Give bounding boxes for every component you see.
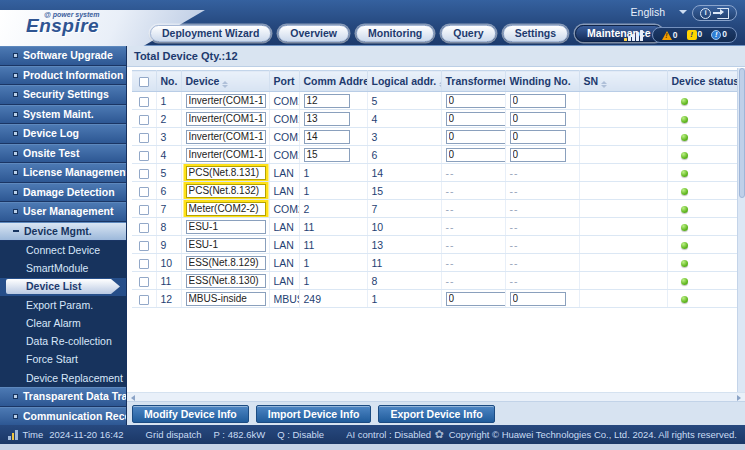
major-alarms[interactable]: 0 (687, 30, 703, 40)
sidebar-item-device-mgmt[interactable]: Device Mgmt. (0, 222, 126, 242)
row-checkbox[interactable] (139, 259, 149, 269)
sidebar-item-user-management[interactable]: User Management (0, 202, 126, 222)
scroll-right-icon[interactable] (737, 395, 741, 401)
sidebar-item-data-re-collection[interactable]: Data Re-collection (0, 332, 126, 350)
expand-icon (13, 414, 18, 419)
horizontal-scrollbar[interactable] (127, 392, 745, 401)
sidebar-item-system-maint[interactable]: System Maint. (0, 105, 126, 125)
row-checkbox[interactable] (139, 223, 149, 233)
row-checkbox[interactable] (139, 187, 149, 197)
sidebar-item-device-log[interactable]: Device Log (0, 124, 126, 144)
logout-icon[interactable] (717, 8, 729, 19)
sidebar-item-label: Device Replacement (26, 372, 123, 384)
row-checkbox[interactable] (139, 241, 149, 251)
winding-no-input[interactable] (510, 292, 566, 306)
row-checkbox[interactable] (139, 277, 149, 287)
device-name-input-cell (181, 236, 269, 254)
device-name-input[interactable] (186, 184, 266, 198)
sidebar-item-communication-record[interactable]: Communication Record (0, 407, 126, 425)
info-icon[interactable] (700, 8, 711, 19)
col-header-sn[interactable]: SN (579, 71, 667, 92)
transformer-no-input[interactable] (446, 112, 506, 126)
device-name-input[interactable] (186, 94, 266, 108)
col-header-device-status[interactable]: Device status (667, 71, 737, 92)
device-name-input[interactable] (186, 166, 266, 180)
tab-query[interactable]: Query (441, 25, 495, 42)
vertical-scrollbar-thumb[interactable] (739, 68, 745, 198)
winding-no-input[interactable] (510, 148, 566, 162)
modify-device-info-button[interactable]: Modify Device Info (132, 405, 249, 423)
device-name-input[interactable] (186, 220, 266, 234)
comm-address-input[interactable] (304, 130, 350, 144)
sidebar-item-transparent-data-transm[interactable]: Transparent Data Transm... (0, 387, 126, 407)
critical-alarms[interactable]: 0 (662, 31, 678, 40)
row-checkbox[interactable] (139, 115, 149, 125)
winding-no-input[interactable] (510, 112, 566, 126)
row-checkbox[interactable] (139, 97, 149, 107)
transformer-no-input[interactable] (446, 148, 506, 162)
row-checkbox[interactable] (139, 169, 149, 179)
comm-address-input-cell (299, 110, 367, 128)
device-name-input[interactable] (186, 130, 266, 144)
minor-alarms[interactable]: 0 (711, 30, 727, 40)
sidebar-item-device-list[interactable]: Device List (6, 279, 120, 294)
transformer-no-input[interactable] (446, 130, 506, 144)
tab-monitoring[interactable]: Monitoring (356, 25, 434, 42)
sidebar-item-connect-device[interactable]: Connect Device (0, 241, 126, 259)
transformer-no-input[interactable] (446, 292, 506, 306)
row-select-cell (132, 110, 156, 128)
device-name-input[interactable] (186, 148, 266, 162)
col-header-logical-addr[interactable]: Logical addr. (367, 71, 441, 92)
col-header-winding-no: Winding No. (505, 71, 579, 92)
winding-no-input[interactable] (510, 130, 566, 144)
sidebar-item-onsite-test[interactable]: Onsite Test (0, 144, 126, 164)
sidebar-item-license-management[interactable]: License Management (0, 163, 126, 183)
transformer-no-input[interactable] (446, 94, 506, 108)
sidebar-item-device-replacement[interactable]: Device Replacement (0, 369, 126, 387)
vertical-scrollbar[interactable] (737, 68, 745, 392)
scroll-left-icon[interactable] (131, 395, 135, 401)
device-name-input[interactable] (186, 202, 266, 216)
select-all-checkbox[interactable] (139, 77, 149, 87)
sidebar-item-export-param[interactable]: Export Param. (0, 296, 126, 314)
transformer-no-input-cell (441, 128, 505, 146)
sort-icon[interactable] (222, 81, 228, 88)
sort-icon[interactable] (601, 81, 607, 88)
col-header-label: Device (186, 75, 220, 87)
sidebar-item-product-information[interactable]: Product Information (0, 66, 126, 86)
device-name-input[interactable] (186, 292, 266, 306)
grid-dispatch-label: Grid dispatch (146, 429, 202, 440)
device-name-input[interactable] (186, 238, 266, 252)
sidebar-item-clear-alarm[interactable]: Clear Alarm (0, 314, 126, 332)
row-select-cell (132, 128, 156, 146)
device-name-input[interactable] (186, 112, 266, 126)
sidebar-item-label: Device Log (23, 124, 79, 144)
device-name-input-cell (181, 164, 269, 182)
row-checkbox[interactable] (139, 205, 149, 215)
row-checkbox[interactable] (139, 133, 149, 143)
import-device-info-button[interactable]: Import Device Info (256, 405, 372, 423)
sidebar-item-software-upgrade[interactable]: Software Upgrade (0, 46, 126, 66)
tab-settings[interactable]: Settings (503, 25, 568, 42)
row-checkbox[interactable] (139, 295, 149, 305)
device-name-input[interactable] (186, 274, 266, 288)
export-device-info-button[interactable]: Export Device Info (378, 405, 494, 423)
language-select[interactable]: English (631, 6, 687, 18)
sidebar-item-security-settings[interactable]: Security Settings (0, 85, 126, 105)
row-checkbox[interactable] (139, 151, 149, 161)
col-header-device[interactable]: Device (181, 71, 269, 92)
comm-address-input[interactable] (304, 94, 350, 108)
tab-deployment-wizard[interactable]: Deployment Wizard (150, 25, 271, 42)
sn-value (579, 290, 667, 308)
sidebar-item-force-start[interactable]: Force Start (0, 350, 126, 368)
device-name-input[interactable] (186, 256, 266, 270)
sidebar-item-smartmodule[interactable]: SmartModule (0, 259, 126, 277)
comm-address-input[interactable] (304, 148, 350, 162)
col-header-select-all[interactable] (132, 71, 156, 92)
tab-overview[interactable]: Overview (278, 25, 349, 42)
alarm-summary[interactable]: 0 0 0 (652, 27, 737, 43)
comm-address-input[interactable] (304, 112, 350, 126)
col-header-comm-address[interactable]: Comm Address (299, 71, 367, 92)
sidebar-item-damage-detection[interactable]: Damage Detection (0, 183, 126, 203)
winding-no-input[interactable] (510, 94, 566, 108)
